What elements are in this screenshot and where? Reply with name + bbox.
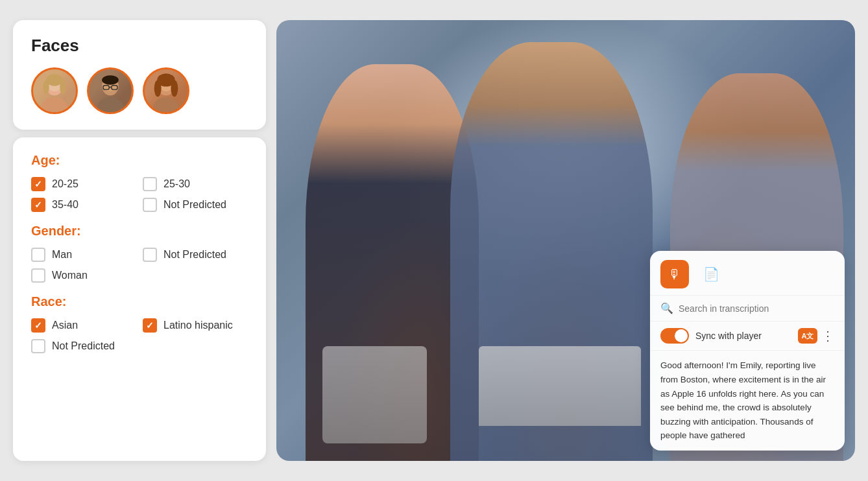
race-section: Race: Asian Latino hispanic Not Predicte… (31, 294, 248, 353)
microphone-icon: 🎙 (668, 267, 681, 282)
checkbox-race-not-predicted[interactable] (31, 339, 45, 353)
race-title: Race: (31, 294, 248, 309)
checkbox-gender-not-predicted[interactable] (143, 248, 157, 262)
avatar-1[interactable] (31, 67, 78, 114)
checkbox-age-not-predicted[interactable] (143, 198, 157, 212)
race-option-latino[interactable]: Latino hispanic (143, 318, 234, 333)
label-asian: Asian (52, 320, 78, 331)
race-row-1: Asian Latino hispanic (31, 318, 248, 333)
search-input[interactable] (679, 303, 834, 314)
label-woman: Woman (52, 270, 88, 281)
gender-row-1: Man Not Predicted (31, 248, 248, 262)
svg-point-17 (154, 80, 162, 97)
label-20-25: 20-25 (52, 178, 78, 190)
race-row-2: Not Predicted (31, 339, 248, 353)
transcription-search-row: 🔍 (650, 296, 845, 322)
race-option-not-predicted[interactable]: Not Predicted (31, 339, 122, 353)
gender-option-not-predicted[interactable]: Not Predicted (143, 248, 234, 262)
faces-avatars (31, 67, 248, 114)
gender-row-2: Woman (31, 268, 248, 283)
toggle-thumb (675, 329, 688, 342)
translate-button[interactable]: A文 (798, 328, 817, 344)
svg-point-4 (43, 80, 49, 95)
checkbox-25-30[interactable] (143, 177, 157, 191)
faces-card: Faces (13, 20, 266, 130)
main-container: Faces (0, 0, 868, 481)
age-option-20-25[interactable]: 20-25 (31, 177, 122, 191)
document-icon: 📄 (703, 266, 719, 282)
svg-point-14 (153, 97, 179, 112)
transcription-text: Good afternoon! I'm Emily, reporting liv… (660, 360, 826, 440)
faces-title: Faces (31, 36, 248, 56)
left-panel: Faces (13, 20, 266, 461)
age-row-2: 35-40 Not Predicted (31, 198, 248, 212)
age-section: Age: 20-25 25-30 35-40 (31, 153, 248, 212)
age-title: Age: (31, 153, 248, 168)
checkbox-35-40[interactable] (31, 198, 45, 212)
checkbox-asian[interactable] (31, 318, 45, 333)
label-man: Man (52, 249, 72, 261)
transcription-action-buttons: A文 ⋮ (798, 328, 834, 344)
race-option-asian[interactable]: Asian (31, 318, 122, 333)
checkbox-man[interactable] (31, 248, 45, 262)
laptop-shape (479, 346, 641, 425)
label-gender-not-predicted: Not Predicted (163, 249, 226, 261)
gender-title: Gender: (31, 224, 248, 239)
tablet-shape (322, 346, 427, 443)
microphone-tab-button[interactable]: 🎙 (660, 260, 689, 288)
right-content: 🎙 📄 🔍 Sync with player A文 (276, 20, 855, 461)
age-option-not-predicted[interactable]: Not Predicted (143, 198, 234, 212)
svg-point-1 (42, 97, 67, 112)
svg-point-7 (97, 97, 123, 112)
transcription-header: 🎙 📄 (650, 251, 845, 296)
age-option-25-30[interactable]: 25-30 (143, 177, 234, 191)
age-option-35-40[interactable]: 35-40 (31, 198, 122, 212)
label-25-30: 25-30 (163, 178, 190, 190)
label-latino: Latino hispanic (163, 320, 233, 331)
svg-point-9 (102, 75, 119, 85)
checkbox-woman[interactable] (31, 268, 45, 283)
label-race-not-predicted: Not Predicted (52, 340, 115, 352)
filters-card: Age: 20-25 25-30 35-40 (13, 137, 266, 461)
translate-label: A文 (802, 331, 814, 341)
gender-option-man[interactable]: Man (31, 248, 122, 262)
gender-option-woman[interactable]: Woman (31, 268, 122, 283)
checkbox-20-25[interactable] (31, 177, 45, 191)
age-row-1: 20-25 25-30 (31, 177, 248, 191)
sync-label: Sync with player (695, 331, 791, 341)
sync-toggle[interactable] (660, 328, 689, 344)
label-age-not-predicted: Not Predicted (163, 199, 226, 211)
transcription-panel: 🎙 📄 🔍 Sync with player A文 (650, 251, 845, 451)
document-tab-button[interactable]: 📄 (697, 260, 725, 288)
label-35-40: 35-40 (52, 199, 78, 211)
more-options-button[interactable]: ⋮ (821, 329, 834, 342)
svg-point-18 (171, 80, 178, 97)
transcription-content: Good afternoon! I'm Emily, reporting liv… (650, 351, 845, 451)
transcription-controls: Sync with player A文 ⋮ (650, 322, 845, 351)
checkbox-latino[interactable] (143, 318, 157, 333)
gender-section: Gender: Man Not Predicted Woman (31, 224, 248, 283)
avatar-2[interactable] (87, 67, 134, 114)
svg-point-5 (60, 80, 66, 95)
search-icon: 🔍 (660, 302, 673, 314)
avatar-3[interactable] (143, 67, 189, 114)
